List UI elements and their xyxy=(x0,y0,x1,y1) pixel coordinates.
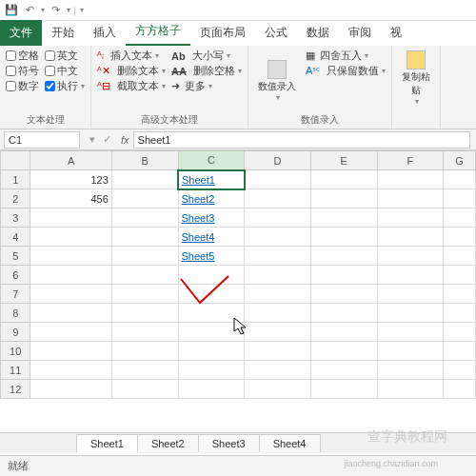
cell[interactable]: 456 xyxy=(30,189,111,208)
redo-dropdown[interactable]: ▾ xyxy=(67,6,70,14)
cell[interactable]: Sheet2 xyxy=(178,189,245,208)
btn-delete-text[interactable]: ᴬ✕ 删除文本▾ xyxy=(97,64,166,78)
number-input-icon xyxy=(268,60,287,79)
group-advanced-text: ᴬᵢ 插入文本▾ ᴬ✕ 删除文本▾ ᴬ⊟ 截取文本▾ Ab 大小写▾ AA 删除… xyxy=(91,46,248,129)
col-header[interactable]: A xyxy=(30,151,111,170)
row-header[interactable]: 9 xyxy=(1,323,30,342)
chk-execute[interactable]: 执行▾ xyxy=(45,79,85,93)
sheet-tab[interactable]: Sheet3 xyxy=(198,434,260,452)
qat-customize[interactable]: ▾ xyxy=(80,6,84,14)
btn-copy-paste[interactable]: 复制粘 贴▾ xyxy=(398,49,434,108)
row-header[interactable]: 7 xyxy=(1,285,30,304)
ribbon: 空格 符号 数字 英文 中文 执行▾ 文本处理 ᴬᵢ 插入文本▾ ᴬ✕ 删除文本… xyxy=(0,46,476,129)
formula-bar: C1 ▾ ✓ fx Sheet1 xyxy=(0,129,476,150)
row-header[interactable]: 1 xyxy=(1,170,30,189)
sheet-tabs: Sheet1 Sheet2 Sheet3 Sheet4 xyxy=(0,432,476,453)
select-all[interactable] xyxy=(1,151,30,170)
fx-icon[interactable]: fx xyxy=(117,134,133,146)
status-ready: 就绪 xyxy=(8,459,29,473)
col-header[interactable]: G xyxy=(444,151,476,170)
group-number-input: 数值录入▾ ▦ 四舍五入▾ Aˢᶜ 只保留数值▾ 数值录入 xyxy=(248,46,392,129)
btn-insert-text[interactable]: ᴬᵢ 插入文本▾ xyxy=(97,49,166,63)
watermark-url: jiaocheng.chazidian.com xyxy=(344,459,438,468)
ribbon-tabs: 文件 开始 插入 方方格子 页面布局 公式 数据 审阅 视 xyxy=(0,21,476,46)
group-copy-paste: 复制粘 贴▾ xyxy=(392,46,441,129)
group-text-processing: 空格 符号 数字 英文 中文 执行▾ 文本处理 xyxy=(0,46,91,129)
sheet-tab[interactable]: Sheet2 xyxy=(137,434,199,452)
row-header[interactable]: 3 xyxy=(1,208,30,228)
row-header[interactable]: 10 xyxy=(1,342,30,361)
tab-formula[interactable]: 公式 xyxy=(255,20,297,46)
chk-symbol[interactable]: 符号 xyxy=(6,64,39,78)
group-label-number: 数值录入 xyxy=(254,112,386,127)
chk-english[interactable]: 英文 xyxy=(45,49,85,63)
btn-delete-space[interactable]: AA 删除空格▾ xyxy=(171,64,242,78)
btn-case[interactable]: Ab 大小写▾ xyxy=(171,49,242,63)
clipboard-icon xyxy=(407,50,426,69)
save-icon[interactable]: 💾 xyxy=(4,3,19,18)
formula-input[interactable]: Sheet1 xyxy=(133,131,470,149)
tab-insert[interactable]: 插入 xyxy=(84,20,126,46)
btn-trunc-text[interactable]: ᴬ⊟ 截取文本▾ xyxy=(97,79,166,93)
undo-dropdown[interactable]: ▾ xyxy=(41,6,45,14)
row-header[interactable]: 8 xyxy=(1,304,30,323)
row-header[interactable]: 5 xyxy=(1,247,30,266)
group-label-text: 文本处理 xyxy=(6,112,85,127)
tab-data[interactable]: 数据 xyxy=(297,20,339,46)
btn-more[interactable]: ➜ 更多▾ xyxy=(171,79,242,93)
spreadsheet-grid[interactable]: A B C D E F G 1123Sheet1 2456Sheet2 3She… xyxy=(0,150,476,399)
sheet-tab[interactable]: Sheet4 xyxy=(259,434,321,452)
col-header[interactable]: D xyxy=(245,151,311,170)
tab-review[interactable]: 审阅 xyxy=(339,20,381,46)
row-header[interactable]: 12 xyxy=(1,380,30,399)
group-label-advtext: 高级文本处理 xyxy=(97,112,242,127)
chk-number[interactable]: 数字 xyxy=(6,79,39,93)
col-header[interactable]: F xyxy=(377,151,444,170)
cell[interactable]: Sheet4 xyxy=(178,228,245,247)
name-box[interactable]: C1 xyxy=(4,131,80,149)
tab-start[interactable]: 开始 xyxy=(42,20,84,46)
quick-access-toolbar: 💾 ↶ ▾ ↷ ▾ | ▾ xyxy=(0,0,476,21)
cell[interactable]: Sheet1 xyxy=(178,170,245,189)
cell[interactable] xyxy=(111,170,178,189)
col-header[interactable]: C xyxy=(178,151,245,170)
col-header[interactable]: E xyxy=(310,151,377,170)
redo-icon[interactable]: ↷ xyxy=(48,3,63,18)
undo-icon[interactable]: ↶ xyxy=(22,3,37,18)
cell[interactable] xyxy=(245,170,311,189)
sheet-tab[interactable]: Sheet1 xyxy=(76,434,138,453)
cell[interactable]: Sheet5 xyxy=(178,247,245,266)
enter-icon[interactable]: ✓ xyxy=(103,133,111,146)
row-header[interactable]: 6 xyxy=(1,266,30,285)
tab-fangfang[interactable]: 方方格子 xyxy=(126,18,190,46)
row-header[interactable]: 4 xyxy=(1,228,30,247)
row-header[interactable]: 11 xyxy=(1,361,30,380)
btn-round[interactable]: ▦ 四舍五入▾ xyxy=(306,49,386,63)
col-header[interactable]: B xyxy=(111,151,178,170)
chk-chinese[interactable]: 中文 xyxy=(45,64,85,78)
cell[interactable]: Sheet3 xyxy=(178,208,245,228)
row-header[interactable]: 2 xyxy=(1,189,30,208)
status-bar: 就绪 jiaocheng.chazidian.com xyxy=(0,455,476,476)
tab-layout[interactable]: 页面布局 xyxy=(190,20,255,46)
btn-keep-number[interactable]: Aˢᶜ 只保留数值▾ xyxy=(306,64,386,78)
cell[interactable]: 123 xyxy=(30,170,111,189)
chk-space[interactable]: 空格 xyxy=(6,49,39,63)
tab-view[interactable]: 视 xyxy=(381,20,411,46)
btn-number-input[interactable]: 数值录入▾ xyxy=(254,49,300,112)
tab-file[interactable]: 文件 xyxy=(0,20,42,46)
cancel-icon[interactable]: ▾ xyxy=(89,133,95,146)
